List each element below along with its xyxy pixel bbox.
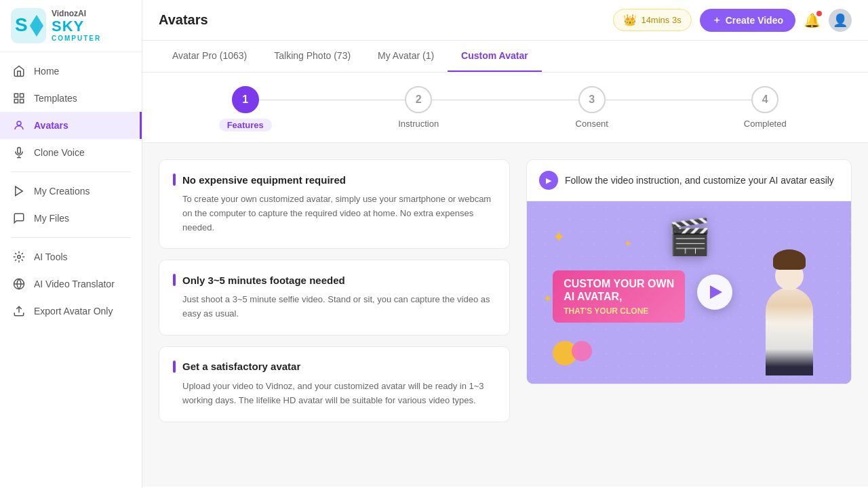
camera-icon: 🎬 — [667, 216, 711, 258]
step-3: 3 Consent — [505, 86, 679, 129]
notification-button[interactable]: 🔔 — [804, 12, 821, 28]
svg-text:S: S — [15, 14, 28, 35]
sidebar-item-home[interactable]: Home — [0, 58, 142, 85]
sidebar-item-label: AI Video Translator — [34, 279, 115, 289]
logo-text: VidnozAI SKY COMPUTER — [52, 9, 101, 42]
time-label: 14mins 3s — [641, 15, 681, 25]
topbar: Avatars 👑 14mins 3s ＋ Create Video 🔔 👤 — [142, 0, 868, 41]
sidebar-item-label: AI Tools — [34, 251, 68, 262]
main-content: Avatars 👑 14mins 3s ＋ Create Video 🔔 👤 A… — [142, 0, 868, 488]
svg-point-7 — [17, 121, 21, 125]
step-circle-2: 2 — [405, 86, 432, 113]
svg-rect-4 — [20, 94, 24, 97]
sidebar-item-label: Export Avatar Only — [34, 306, 113, 317]
step-1: 1 Features — [159, 86, 332, 131]
person-hair — [773, 249, 806, 270]
step-label-4: Completed — [744, 119, 787, 129]
step-4: 4 Completed — [679, 86, 852, 129]
sidebar-item-label: Avatars — [34, 120, 68, 131]
banner-line2: THAT'S YOUR CLONE — [564, 306, 674, 316]
logo-icon: S — [11, 8, 46, 43]
sidebar-item-export-avatar[interactable]: Export Avatar Only — [0, 298, 142, 325]
logo: S VidnozAI SKY COMPUTER — [0, 0, 142, 52]
person-body — [766, 287, 813, 375]
home-icon — [12, 64, 26, 78]
files-icon — [12, 211, 26, 225]
create-video-label: Create Video — [726, 15, 783, 26]
feature-card-2: Get a satisfactory avatar Upload your vi… — [159, 346, 510, 422]
step-circle-3: 3 — [578, 86, 606, 113]
sidebar-item-my-files[interactable]: My Files — [0, 205, 142, 232]
features-column: No expensive equipment required To creat… — [159, 159, 510, 422]
svg-marker-11 — [16, 186, 23, 196]
svg-rect-5 — [20, 100, 24, 103]
two-col-layout: No expensive equipment required To creat… — [159, 159, 852, 422]
step-2: 2 Instruction — [332, 86, 506, 129]
person-figure — [755, 262, 823, 384]
logo-computer: COMPUTER — [52, 35, 101, 42]
step-label-1: Features — [219, 119, 272, 131]
user-avatar-button[interactable]: 👤 — [829, 9, 852, 32]
sidebar-item-label: My Creations — [34, 186, 90, 197]
svg-point-12 — [18, 256, 21, 259]
sidebar-item-my-creations[interactable]: My Creations — [0, 178, 142, 205]
sidebar-item-label: My Files — [34, 213, 69, 224]
sidebar-item-label: Templates — [34, 93, 77, 104]
sidebar-item-label: Clone Voice — [34, 147, 85, 158]
clone-voice-icon — [12, 146, 26, 159]
feature-desc-0: To create your own customized avatar, si… — [173, 192, 496, 235]
notification-dot — [816, 11, 822, 16]
create-video-button[interactable]: ＋ Create Video — [700, 9, 795, 32]
svg-rect-6 — [14, 100, 18, 103]
step-circle-4: 4 — [751, 86, 778, 113]
feature-title-1: Only 3~5 minutes footage needed — [173, 274, 496, 286]
step-circle-1: 1 — [232, 86, 259, 113]
video-circles — [553, 341, 592, 365]
tab-talking-photo[interactable]: Talking Photo (73) — [260, 41, 364, 72]
creations-icon — [12, 184, 26, 198]
tab-my-avatar[interactable]: My Avatar (1) — [364, 41, 448, 72]
sidebar-item-avatars[interactable]: Avatars — [0, 112, 142, 139]
topbar-right: 👑 14mins 3s ＋ Create Video 🔔 👤 — [613, 9, 852, 32]
tabs-bar: Avatar Pro (1063) Talking Photo (73) My … — [142, 41, 868, 73]
nav-divider — [11, 171, 131, 172]
svg-rect-8 — [18, 148, 21, 154]
templates-icon — [12, 92, 26, 105]
sidebar-item-label: Home — [34, 66, 59, 77]
export-icon — [12, 304, 26, 318]
step-label-2: Instruction — [398, 119, 439, 129]
feature-card-0: No expensive equipment required To creat… — [159, 159, 510, 249]
video-text-banner: CUSTOM YOUR OWNAI AVATAR, THAT'S YOUR CL… — [553, 270, 685, 322]
tab-custom-avatar[interactable]: Custom Avatar — [448, 41, 542, 72]
play-triangle-icon — [710, 285, 722, 299]
feature-desc-1: Just shoot a 3~5 minute selfie video. St… — [173, 293, 496, 321]
sidebar-item-ai-video-translator[interactable]: AI Video Translator — [0, 270, 142, 298]
sidebar-item-clone-voice[interactable]: Clone Voice — [0, 139, 142, 166]
sidebar: S VidnozAI SKY COMPUTER Home Templates — [0, 0, 142, 488]
circle-pink — [572, 341, 592, 361]
user-icon: 👤 — [833, 13, 848, 28]
banner-line1: CUSTOM YOUR OWNAI AVATAR, — [564, 277, 674, 303]
crown-icon: 👑 — [623, 14, 637, 26]
inner-content: 1 Features 2 Instruction 3 Consent 4 Com… — [142, 73, 868, 487]
star-icon-3: ✦ — [624, 238, 632, 249]
video-instruction-text: Follow the video instruction, and custom… — [565, 175, 834, 186]
star-icon-1: ✦ — [553, 228, 565, 246]
feature-card-1: Only 3~5 minutes footage needed Just sho… — [159, 260, 510, 336]
sidebar-item-ai-tools[interactable]: AI Tools — [0, 243, 142, 270]
video-header: ▶ Follow the video instruction, and cust… — [527, 160, 851, 201]
tab-avatar-pro[interactable]: Avatar Pro (1063) — [159, 41, 260, 72]
time-badge: 👑 14mins 3s — [613, 9, 691, 31]
feature-title-0: No expensive equipment required — [173, 174, 496, 186]
page-title: Avatars — [159, 12, 208, 28]
sidebar-item-templates[interactable]: Templates — [0, 85, 142, 112]
logo-sky: SKY — [52, 18, 101, 35]
video-thumbnail[interactable]: ✦ ✦ ✦ ✦ 🎬 CUSTOM YOUR OWNAI AVATAR, THAT… — [527, 201, 851, 384]
play-button[interactable] — [697, 274, 732, 310]
avatars-icon — [12, 119, 26, 132]
person-container — [728, 220, 851, 384]
step-label-3: Consent — [576, 119, 608, 129]
content-area: Avatar Pro (1063) Talking Photo (73) My … — [142, 41, 868, 488]
plus-icon: ＋ — [712, 14, 722, 26]
star-icon-2: ✦ — [543, 292, 552, 305]
